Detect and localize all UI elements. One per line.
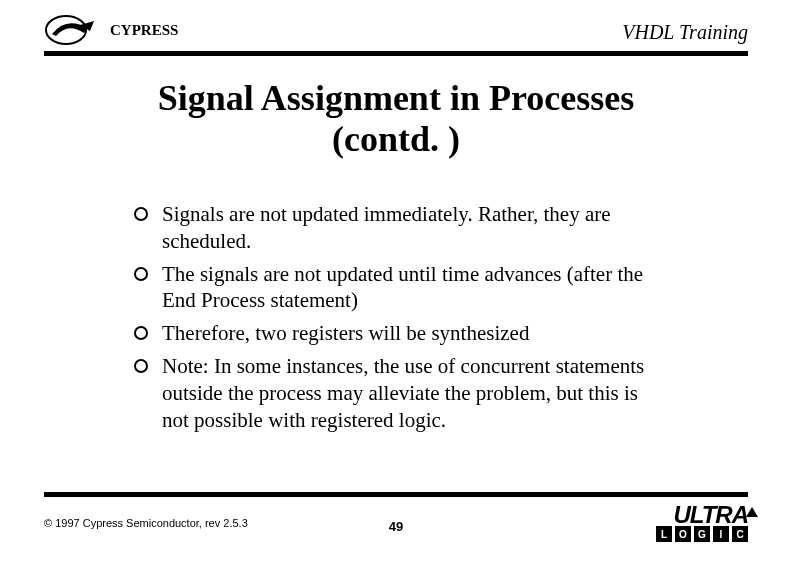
brand-text: CYPRESS (110, 22, 178, 39)
cypress-logo: CYPRESS (44, 14, 178, 46)
list-item: Signals are not updated immediately. Rat… (134, 201, 658, 255)
logic-row: L O G I C (656, 526, 748, 542)
list-item: The signals are not updated until time a… (134, 261, 658, 315)
ultra-logo: ULTRA L O G I C (656, 505, 748, 542)
training-label: VHDL Training (622, 21, 748, 46)
copyright-text: © 1997 Cypress Semiconductor, rev 2.5.3 (44, 517, 248, 529)
bullet-icon (134, 359, 148, 373)
logic-letter: L (656, 526, 672, 542)
title-line-2: (contd. ) (44, 119, 748, 160)
bullet-icon (134, 326, 148, 340)
logic-letter: O (675, 526, 691, 542)
header-divider (44, 51, 748, 56)
list-item: Therefore, two registers will be synthes… (134, 320, 658, 347)
logic-letter: C (732, 526, 748, 542)
title-line-1: Signal Assignment in Processes (44, 78, 748, 119)
cypress-mark-icon (44, 14, 106, 46)
logic-letter: I (713, 526, 729, 542)
ultra-text: ULTRA (673, 501, 748, 528)
slide-footer: © 1997 Cypress Semiconductor, rev 2.5.3 … (44, 492, 748, 542)
slide-title: Signal Assignment in Processes (contd. ) (44, 78, 748, 161)
bullet-icon (134, 207, 148, 221)
footer-row: © 1997 Cypress Semiconductor, rev 2.5.3 … (44, 505, 748, 542)
bullet-list: Signals are not updated immediately. Rat… (134, 201, 658, 434)
logic-letter: G (694, 526, 710, 542)
list-item: Note: In some instances, the use of conc… (134, 353, 658, 434)
bullet-text: Therefore, two registers will be synthes… (162, 320, 529, 347)
footer-divider (44, 492, 748, 497)
bullet-icon (134, 267, 148, 281)
slide-header: CYPRESS VHDL Training (44, 14, 748, 50)
triangle-icon (746, 507, 758, 517)
bullet-text: The signals are not updated until time a… (162, 261, 658, 315)
bullet-text: Note: In some instances, the use of conc… (162, 353, 658, 434)
bullet-text: Signals are not updated immediately. Rat… (162, 201, 658, 255)
ultra-word: ULTRA (673, 505, 748, 524)
page-number: 49 (389, 519, 403, 534)
slide: CYPRESS VHDL Training Signal Assignment … (0, 0, 792, 562)
